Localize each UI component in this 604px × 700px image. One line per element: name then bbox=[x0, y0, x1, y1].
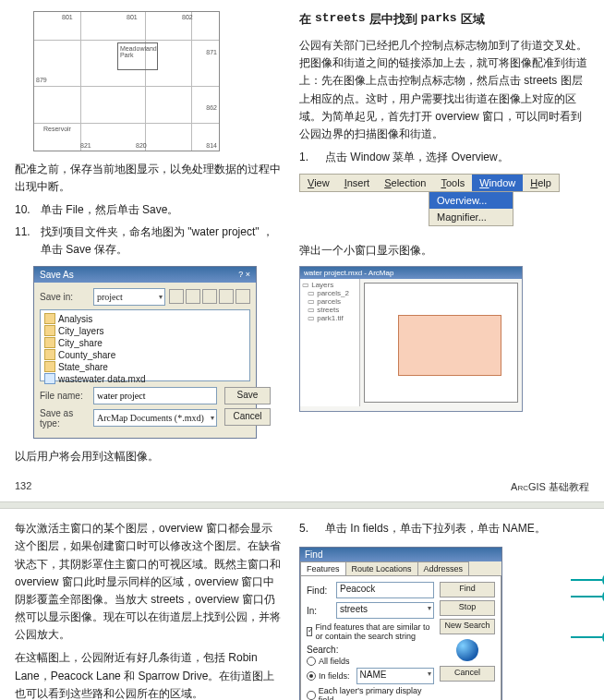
menu-help[interactable]: Help bbox=[523, 175, 559, 191]
map-label: 862 bbox=[206, 104, 217, 111]
window-submenu: Overview... Magnifier... bbox=[429, 191, 513, 226]
tab-addresses[interactable]: Addresses bbox=[417, 561, 470, 575]
list-item: Analysis bbox=[44, 313, 246, 325]
filename-label: File name: bbox=[40, 391, 90, 401]
left-column-bot: 每次激活主窗口的某个图层，overview 窗口都会显示这个图层，如果创建窗口时… bbox=[15, 520, 283, 700]
step-text: 点击 Window 菜单，选择 Overview。 bbox=[325, 149, 509, 166]
overview-title: water project.mxd - ArcMap bbox=[300, 267, 522, 279]
map-label: 820 bbox=[136, 142, 147, 149]
map-label: 821 bbox=[80, 142, 91, 149]
list-item: State_share bbox=[44, 361, 246, 373]
similar-checkbox[interactable]: Find features that are similar to or con… bbox=[307, 622, 434, 641]
radio-each-layer[interactable]: Each layer's primary display field bbox=[307, 686, 434, 700]
map-label: 802 bbox=[182, 14, 193, 20]
savetype-combo[interactable]: ArcMap Documents (*.mxd) bbox=[93, 409, 217, 427]
savetype-label: Save as type: bbox=[40, 408, 90, 428]
park-label: Meadowland Park bbox=[120, 45, 157, 58]
step-11: 11. 找到项目文件夹，命名地图为 "water project" ，单击 Sa… bbox=[15, 223, 283, 259]
para-popup-note: 弹出一个小窗口显示图像。 bbox=[299, 242, 589, 259]
map-figure: 801 801 802 879 871 Reservoir 821 820 86… bbox=[33, 11, 220, 151]
section-heading: 在 streets 层中找到 parks 区域 bbox=[299, 11, 589, 28]
infields-combo[interactable]: NAME bbox=[356, 668, 434, 684]
menu-view[interactable]: View bbox=[300, 175, 337, 191]
map-label: 801 bbox=[127, 14, 138, 20]
right-column-bot: 5. 单击 In fields，单击下拉列表，单击 NAME。 Find Fea… bbox=[299, 520, 589, 700]
footer-brand: ArcGIS bbox=[511, 481, 546, 492]
para-bot-2: 在这幅图上，公园附近有好几条街道，包括 Robin Lane，Peacock L… bbox=[15, 649, 283, 700]
folder-icon bbox=[44, 325, 55, 336]
folder-icon bbox=[44, 349, 55, 360]
up-icon[interactable] bbox=[169, 289, 184, 304]
radio-icon bbox=[307, 657, 316, 666]
menubar-figure: View Insert Selection Tools Window Help … bbox=[299, 174, 589, 227]
folder-icon bbox=[44, 313, 55, 324]
map-label: 801 bbox=[62, 14, 73, 20]
newfolder-icon[interactable] bbox=[202, 289, 217, 304]
checkbox-icon bbox=[307, 627, 312, 636]
close-icon[interactable]: ? × bbox=[238, 270, 250, 280]
menu-window[interactable]: Window bbox=[472, 175, 523, 191]
desktop-icon[interactable] bbox=[186, 289, 200, 304]
find-tabs: Features Route Locations Addresses bbox=[300, 561, 501, 576]
para-bot-1: 每次激活主窗口的某个图层，overview 窗口都会显示这个图层，如果创建窗口时… bbox=[15, 520, 283, 644]
list-item: County_share bbox=[44, 349, 246, 361]
overview-map[interactable] bbox=[364, 283, 518, 403]
toc-panel: ▭ Layers ▭ parcels_2 ▭ parcels ▭ streets… bbox=[300, 279, 360, 406]
right-column-top: 在 streets 层中找到 parks 区域 公园有关部门已经把几个控制点标志… bbox=[299, 11, 589, 471]
overview-highlight bbox=[398, 315, 501, 376]
page-bottom: 每次激活主窗口的某个图层，overview 窗口都会显示这个图层，如果创建窗口时… bbox=[0, 509, 604, 700]
step-num: 11. bbox=[15, 223, 35, 259]
radio-all-fields[interactable]: All fields bbox=[307, 657, 434, 666]
find-button[interactable]: Find bbox=[440, 582, 495, 597]
find-buttons: Find Stop New Search Cancel bbox=[440, 582, 495, 700]
list-item: wastewater data.mxd bbox=[44, 373, 246, 385]
overview-window-figure: water project.mxd - ArcMap ▭ Layers ▭ pa… bbox=[299, 266, 523, 412]
dialog-title: Save As bbox=[40, 270, 74, 280]
menu-tools[interactable]: Tools bbox=[433, 175, 472, 191]
list-item: City_layers bbox=[44, 325, 246, 337]
para-right-1: 公园有关部门已经把几个控制点标志物加到了街道交叉处。把图像和街道之间的链接添加上… bbox=[299, 37, 589, 143]
filename-input[interactable] bbox=[93, 387, 217, 404]
step-text: 单击 File，然后单击 Save。 bbox=[41, 201, 178, 219]
find-label: Find: bbox=[307, 585, 332, 596]
left-column-top: 801 801 802 879 871 Reservoir 821 820 86… bbox=[15, 11, 283, 471]
find-input[interactable]: Peacock bbox=[336, 582, 434, 598]
submenu-magnifier[interactable]: Magnifier... bbox=[429, 209, 513, 225]
list-item: City_share bbox=[44, 337, 246, 349]
step-5: 5. 单击 In fields，单击下拉列表，单击 NAME。 bbox=[299, 520, 589, 537]
savein-combo[interactable]: project bbox=[93, 288, 165, 306]
in-label: In: bbox=[307, 606, 332, 616]
map-label: Reservoir bbox=[43, 126, 71, 132]
para-after-save: 以后用户将会用到这幅图像。 bbox=[15, 448, 283, 465]
save-button[interactable]: Save bbox=[224, 387, 271, 404]
stop-button[interactable]: Stop bbox=[440, 600, 495, 616]
saveas-dialog: Save As ? × Save in: project bbox=[33, 266, 257, 439]
search-label: Search: bbox=[307, 645, 434, 655]
page-number: 132 bbox=[15, 480, 31, 494]
submenu-overview[interactable]: Overview... bbox=[429, 192, 513, 209]
cancel-button[interactable]: Cancel bbox=[224, 408, 271, 426]
file-list[interactable]: Analysis City_layers City_share County_s… bbox=[40, 309, 250, 381]
map-label: 879 bbox=[36, 77, 47, 83]
step-text: 找到项目文件夹，命名地图为 "water project" ，单击 Save 保… bbox=[41, 223, 283, 259]
find-dialog-wrap: Find Features Route Locations Addresses … bbox=[299, 541, 589, 700]
folder-icon bbox=[44, 337, 55, 348]
step-1: 1. 点击 Window 菜单，选择 Overview。 bbox=[299, 149, 589, 166]
list-icon[interactable] bbox=[219, 289, 234, 304]
find-dialog: Find Features Route Locations Addresses … bbox=[299, 547, 502, 700]
radio-in-fields[interactable]: In fields: NAME bbox=[307, 668, 434, 684]
step-10: 10. 单击 File，然后单击 Save。 bbox=[15, 201, 283, 219]
menu-insert[interactable]: Insert bbox=[337, 175, 378, 191]
newsearch-button[interactable]: New Search bbox=[440, 619, 495, 634]
details-icon[interactable] bbox=[236, 289, 250, 304]
cancel-button[interactable]: Cancel bbox=[440, 666, 495, 682]
tab-route[interactable]: Route Locations bbox=[345, 561, 418, 575]
tab-features[interactable]: Features bbox=[300, 561, 346, 575]
in-combo[interactable]: streets bbox=[336, 602, 434, 619]
mxd-icon bbox=[44, 373, 55, 384]
park-box: Meadowland Park bbox=[117, 42, 158, 70]
map-label: 871 bbox=[206, 49, 217, 55]
menu-selection[interactable]: Selection bbox=[377, 175, 433, 191]
page-footer: 132 ArcGIS 基础教程 bbox=[15, 480, 589, 494]
step-num: 1. bbox=[299, 149, 320, 166]
